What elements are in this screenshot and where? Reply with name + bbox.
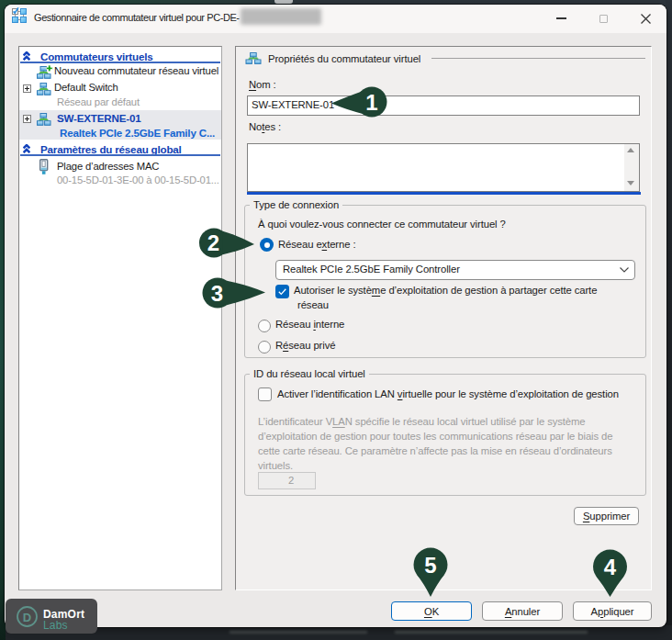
svg-text:D: D [23, 611, 31, 624]
